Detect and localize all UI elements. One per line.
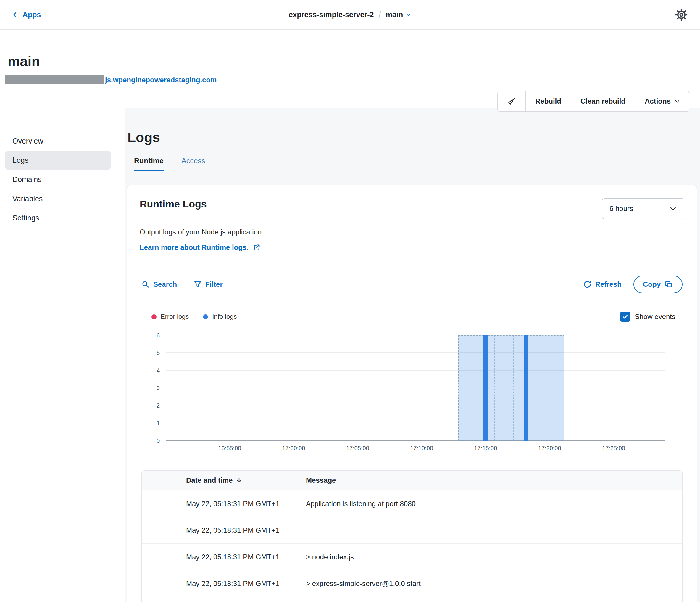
settings-gear-button[interactable]: [675, 8, 688, 22]
log-date: May 22, 05:18:31 PM GMT+1: [142, 500, 306, 508]
app-header: main js.wpenginepoweredstaging.com Rebui…: [0, 30, 700, 108]
actions-label: Actions: [645, 97, 671, 105]
time-range-value: 6 hours: [609, 204, 633, 213]
gridline: [166, 353, 665, 353]
check-icon: [622, 313, 628, 320]
chart-legend-row: Error logs Info logs Show events: [140, 312, 684, 322]
sidebar: Overview Logs Domains Variables Settings: [0, 108, 125, 602]
time-range-select[interactable]: 6 hours: [602, 198, 684, 219]
copy-button[interactable]: Copy: [633, 275, 682, 293]
actions-dropdown-button[interactable]: Actions: [635, 91, 690, 111]
table-header-row: Date and time Message: [142, 471, 682, 490]
y-tick-label: 4: [156, 368, 160, 374]
y-tick-label: 6: [156, 332, 160, 338]
branch-label: main: [386, 10, 403, 19]
back-label: Apps: [23, 10, 41, 19]
x-tick-label: 17:25:00: [602, 445, 625, 452]
gridline: [166, 405, 665, 406]
copy-label: Copy: [643, 280, 661, 289]
card-head: Runtime Logs 6 hours: [140, 198, 684, 219]
search-label: Search: [153, 280, 177, 289]
table-row: May 22, 05:18:31 PM GMT+1: [142, 597, 682, 602]
tab-runtime[interactable]: Runtime: [134, 156, 164, 171]
column-header-date[interactable]: Date and time: [142, 476, 306, 484]
table-row: May 22, 05:18:31 PM GMT+1: [142, 517, 682, 544]
app-actions-bar: Rebuild Clean rebuild Actions: [497, 91, 690, 112]
tab-access[interactable]: Access: [181, 156, 205, 171]
log-table: Date and time Message May 22, 05:18:31 P…: [142, 470, 682, 602]
x-tick-label: 17:15:00: [474, 445, 497, 452]
clean-cache-button[interactable]: [498, 91, 525, 111]
sort-descending-icon: [235, 477, 243, 484]
y-tick-label: 1: [156, 420, 160, 426]
redacted-url-prefix: [5, 75, 104, 84]
copy-icon: [665, 280, 673, 289]
tools-left: Search Filter: [142, 280, 223, 289]
log-date: May 22, 05:18:31 PM GMT+1: [142, 579, 306, 588]
chart-selection-region[interactable]: [458, 335, 565, 441]
x-tick-label: 17:10:00: [410, 445, 433, 452]
gear-icon: [675, 8, 688, 22]
filter-icon: [194, 280, 202, 289]
breadcrumb: express-simple-server-2 / main: [289, 10, 411, 20]
x-tick-label: 17:05:00: [346, 445, 369, 452]
y-tick-label: 3: [156, 385, 160, 391]
refresh-icon: [583, 280, 592, 289]
breadcrumb-separator: /: [378, 10, 381, 20]
sidebar-item-variables[interactable]: Variables: [5, 189, 111, 208]
show-events-checkbox[interactable]: [620, 312, 630, 322]
learn-more-row: Learn more about Runtime logs.: [140, 243, 684, 251]
table-row: May 22, 05:18:31 PM GMT+1 Application is…: [142, 490, 682, 517]
chart-plot[interactable]: 0123456: [166, 335, 665, 441]
top-bar: Apps express-simple-server-2 / main: [0, 0, 700, 30]
show-events-toggle[interactable]: Show events: [620, 312, 675, 322]
log-bar: [483, 335, 488, 441]
x-tick-label: 16:55:00: [218, 445, 241, 452]
learn-more-label: Learn more about Runtime logs.: [140, 243, 249, 251]
rebuild-button[interactable]: Rebuild: [525, 91, 571, 111]
event-marker-line: [513, 335, 514, 441]
chevron-down-icon: [406, 12, 411, 18]
app-url-row: js.wpenginepoweredstaging.com: [0, 69, 700, 84]
clean-rebuild-button[interactable]: Clean rebuild: [571, 91, 635, 111]
gridline: [166, 335, 665, 335]
refresh-button[interactable]: Refresh: [583, 280, 622, 289]
main-layout: Overview Logs Domains Variables Settings…: [0, 108, 700, 602]
legend-item-info: Info logs: [203, 313, 237, 320]
event-marker-line: [494, 335, 495, 441]
search-button[interactable]: Search: [142, 280, 177, 289]
card-divider: [142, 265, 682, 265]
sidebar-item-domains[interactable]: Domains: [5, 170, 111, 189]
sidebar-item-logs[interactable]: Logs: [5, 151, 111, 170]
log-date: May 22, 05:18:31 PM GMT+1: [142, 553, 306, 561]
runtime-logs-card: Runtime Logs 6 hours Output logs of your…: [127, 185, 697, 602]
log-bar: [524, 335, 528, 441]
learn-more-link[interactable]: Learn more about Runtime logs.: [140, 243, 261, 251]
show-events-label: Show events: [635, 313, 675, 321]
chevron-down-icon: [669, 205, 677, 213]
app-url-link[interactable]: js.wpenginepoweredstaging.com: [105, 76, 217, 84]
external-link-icon: [253, 243, 261, 251]
card-description: Output logs of your Node.js application.: [140, 228, 684, 236]
sidebar-item-settings[interactable]: Settings: [5, 209, 111, 227]
x-tick-label: 17:00:00: [282, 445, 305, 452]
gridline: [166, 423, 665, 423]
gridline: [166, 388, 665, 388]
page-title: Logs: [127, 129, 697, 145]
filter-button[interactable]: Filter: [194, 280, 223, 289]
runtime-logs-chart: 0123456 16:55:0017:00:0017:05:0017:10:00…: [140, 335, 684, 454]
y-tick-label: 0: [156, 438, 160, 444]
error-logs-dot: [151, 314, 156, 319]
branch-dropdown[interactable]: main: [386, 10, 411, 19]
breadcrumb-app-name: express-simple-server-2: [289, 10, 374, 19]
filter-label: Filter: [205, 280, 223, 289]
chevron-left-icon: [12, 11, 18, 18]
back-to-apps-link[interactable]: Apps: [12, 10, 41, 19]
card-title: Runtime Logs: [140, 198, 207, 210]
chart-xaxis: 16:55:0017:00:0017:05:0017:10:0017:15:00…: [166, 441, 665, 454]
log-message: Application is listening at port 8080: [306, 500, 682, 508]
sidebar-item-overview[interactable]: Overview: [5, 132, 111, 150]
error-logs-label: Error logs: [161, 313, 189, 320]
tools-right: Refresh Copy: [583, 275, 682, 293]
log-message: > node index.js: [306, 553, 682, 561]
